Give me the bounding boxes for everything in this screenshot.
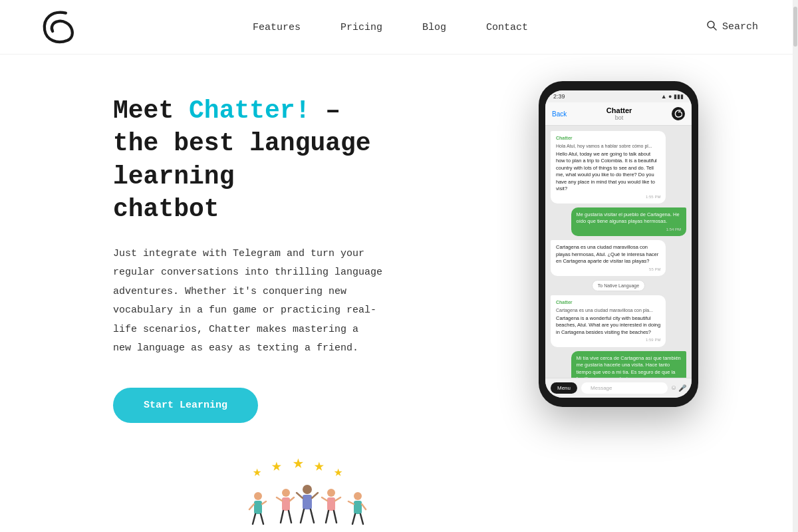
svg-point-7: [254, 492, 262, 500]
hero-title: Meet Chatter! – the best language learni…: [113, 94, 499, 226]
svg-text:★: ★: [314, 456, 325, 476]
phone-body: 2:39 ▲ ● ▮▮▮ Back Chatter bot: [539, 81, 698, 407]
svg-line-1: [714, 27, 716, 30]
svg-rect-8: [254, 501, 262, 514]
title-line2: the best language learning: [113, 129, 371, 190]
chat-area: Chatter Hola Atul, hoy vamos a hablar so…: [545, 126, 692, 378]
svg-line-24: [311, 509, 314, 523]
svg-point-31: [354, 492, 362, 500]
svg-rect-20: [303, 495, 312, 509]
search-label: Search: [722, 21, 758, 33]
bubble-time-4: 1:59 PM: [556, 337, 660, 342]
happy-users-illustration: ★ ★ ★ ★ ★: [226, 456, 386, 529]
svg-text:★: ★: [253, 464, 261, 481]
footer-icons: ☺ 🎤: [672, 384, 686, 392]
svg-line-22: [312, 493, 318, 498]
svg-point-19: [303, 485, 312, 494]
phone-screen: 2:39 ▲ ● ▮▮▮ Back Chatter bot: [545, 90, 692, 398]
phone-header: Back Chatter bot: [545, 102, 692, 126]
svg-line-15: [277, 497, 282, 501]
svg-line-12: [261, 514, 263, 524]
chat-bubble-2: Me gustaría visitar el pueblo de Cartage…: [571, 207, 686, 236]
start-learning-button[interactable]: Start Learning: [113, 388, 258, 423]
svg-line-29: [326, 511, 329, 523]
status-icons: ▲ ● ▮▮▮: [661, 93, 684, 100]
svg-line-16: [290, 497, 294, 501]
hero-section: Meet Chatter! – the best language learni…: [0, 55, 798, 532]
nav-links: Features Pricing Blog Contact: [253, 21, 528, 33]
menu-button[interactable]: Menu: [551, 382, 577, 394]
chat-bubble-4: Chatter Cartagena es una ciudad maravill…: [551, 295, 666, 346]
svg-line-28: [335, 497, 340, 501]
svg-line-9: [249, 504, 254, 509]
hero-description: Just integrate with Telegram and turn yo…: [113, 245, 472, 358]
search-button[interactable]: Search: [706, 20, 758, 34]
message-input[interactable]: Message: [581, 382, 668, 394]
scrollbar-thumb: [793, 7, 797, 47]
chat-bubble-5: Mi tía vive cerca de Cartagena así que t…: [571, 351, 686, 378]
svg-line-17: [281, 511, 283, 523]
chat-title: Chatter bot: [606, 106, 632, 121]
svg-line-33: [348, 501, 354, 504]
title-meet: Meet: [113, 96, 189, 125]
happy-users-section: ★ ★ ★ ★ ★: [113, 456, 499, 532]
back-button[interactable]: Back: [552, 110, 567, 118]
phone-footer: Menu Message ☺ 🎤: [545, 378, 692, 398]
mic-icon[interactable]: 🎤: [678, 384, 686, 392]
nav-item-features[interactable]: Features: [253, 21, 301, 33]
svg-text:★: ★: [293, 456, 304, 473]
bubble-label-1: Chatter: [556, 135, 660, 142]
title-chatter: Chatter!: [189, 96, 310, 125]
svg-text:★: ★: [334, 464, 342, 481]
chat-bubble-1: Chatter Hola Atul, hoy vamos a hablar so…: [551, 131, 666, 203]
chatter-logo-icon: [672, 107, 685, 120]
bubble-time-2: 1:54 PM: [577, 227, 681, 232]
bubble-time-1: 1:55 PM: [556, 194, 660, 200]
svg-line-30: [334, 511, 336, 523]
nav-item-contact[interactable]: Contact: [486, 21, 528, 33]
title-line3: chatbot: [113, 195, 219, 223]
search-icon: [706, 20, 717, 34]
translate-button[interactable]: To Native Language: [592, 280, 645, 291]
hero-left: Meet Chatter! – the best language learni…: [113, 94, 499, 532]
svg-line-10: [262, 501, 266, 504]
svg-line-23: [301, 509, 304, 523]
svg-line-27: [322, 497, 327, 501]
svg-line-18: [289, 511, 291, 523]
emoji-icon[interactable]: ☺: [672, 384, 676, 392]
status-time: 2:39: [553, 93, 565, 100]
svg-text:★: ★: [271, 456, 282, 476]
svg-line-34: [362, 504, 366, 509]
scrollbar[interactable]: [793, 0, 798, 532]
navbar: Features Pricing Blog Contact Search: [0, 0, 798, 55]
svg-line-35: [352, 514, 355, 524]
title-suffix: –: [310, 96, 340, 125]
phone-status-bar: 2:39 ▲ ● ▮▮▮: [545, 90, 692, 102]
svg-line-21: [297, 493, 303, 498]
svg-point-25: [327, 489, 335, 497]
logo[interactable]: [40, 7, 74, 47]
svg-rect-14: [282, 497, 290, 511]
svg-point-13: [282, 489, 290, 497]
chat-bubble-3: Cartagena es una ciudad maravillosa con …: [551, 240, 666, 276]
phone-mockup: 2:39 ▲ ● ▮▮▮ Back Chatter bot: [539, 81, 698, 407]
nav-item-pricing[interactable]: Pricing: [340, 21, 382, 33]
bubble-time-3: 55 PM: [556, 267, 660, 272]
svg-rect-26: [327, 497, 335, 511]
nav-item-blog[interactable]: Blog: [422, 21, 446, 33]
svg-line-11: [253, 514, 255, 524]
svg-rect-32: [354, 501, 362, 514]
bubble-label-4: Chatter: [556, 299, 660, 306]
svg-line-36: [360, 514, 363, 524]
